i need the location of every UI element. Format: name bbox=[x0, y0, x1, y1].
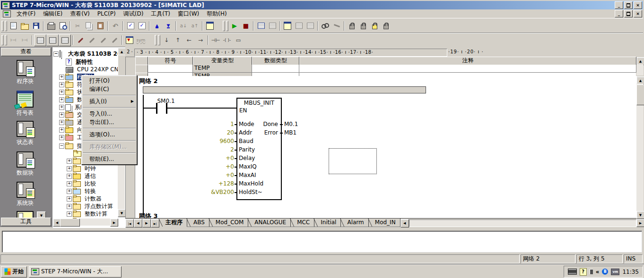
tab-mod-com[interactable]: Mod_COM bbox=[209, 219, 249, 227]
menu-insert[interactable]: 插入(I)▶ bbox=[82, 97, 137, 106]
menu-open[interactable]: 打开(O) bbox=[82, 76, 137, 85]
menu-compile[interactable]: 编译(C) bbox=[82, 85, 137, 93]
menu-window[interactable]: 窗口(W) bbox=[174, 9, 203, 18]
expand-box[interactable]: + bbox=[59, 135, 64, 140]
sidebar-item-data-block[interactable]: 数据块 bbox=[0, 152, 50, 177]
tab-analogue[interactable]: ANALOGUE bbox=[248, 219, 291, 227]
options-button[interactable] bbox=[204, 20, 216, 31]
expand-box[interactable]: + bbox=[67, 181, 72, 186]
expand-box[interactable]: + bbox=[67, 189, 72, 194]
editor-scroll-right-button[interactable]: ▶ bbox=[636, 219, 644, 227]
pen1-button[interactable] bbox=[75, 35, 86, 46]
tree-item-float-math[interactable]: + 浮点数计算 bbox=[67, 202, 113, 210]
collapse-box[interactable]: − bbox=[59, 143, 64, 149]
tree-item-counters[interactable]: + 计数器 bbox=[67, 195, 102, 202]
net-scroll-thumb[interactable] bbox=[636, 84, 644, 105]
print-button[interactable] bbox=[45, 20, 57, 31]
compile-button[interactable]: ✓ bbox=[125, 20, 136, 31]
menu-help[interactable]: 帮助(E)... bbox=[82, 155, 137, 163]
expand-box[interactable]: + bbox=[67, 166, 72, 171]
input-method-icon[interactable] bbox=[590, 269, 593, 274]
bookmark-next-button[interactable] bbox=[357, 20, 369, 31]
menu-export[interactable]: 导出(E)... bbox=[82, 118, 137, 126]
view-bar-header[interactable]: 查看 bbox=[1, 48, 51, 56]
toolbar-grip[interactable] bbox=[223, 21, 225, 31]
chart-status-button[interactable] bbox=[282, 20, 293, 31]
taskbar-task-button[interactable]: STEP 7-Micro/WIN - 大... bbox=[29, 266, 122, 278]
tab-main-program[interactable]: 主程序 bbox=[159, 219, 187, 227]
tree-item-convert[interactable]: + 转换 bbox=[67, 187, 96, 195]
tab-alarm[interactable]: Alarm bbox=[341, 219, 368, 227]
expand-box[interactable]: + bbox=[59, 127, 64, 133]
sort-ascending-button[interactable]: a↓ bbox=[178, 20, 189, 31]
single-read-button[interactable] bbox=[293, 20, 305, 31]
stop-button[interactable]: ■ bbox=[240, 20, 252, 31]
toolbar-grip[interactable] bbox=[158, 35, 160, 45]
pause-monitor-button[interactable] bbox=[331, 20, 342, 31]
network-title[interactable]: 网络 2 bbox=[139, 77, 158, 85]
sidebar-item-system-block[interactable]: 系统块 bbox=[0, 182, 50, 207]
paste-button[interactable] bbox=[95, 20, 106, 31]
insert-network-button[interactable]: ⊦⊣ bbox=[8, 35, 19, 46]
pen4-button[interactable] bbox=[109, 35, 120, 46]
var-row1-vartype[interactable]: TEMP bbox=[193, 65, 252, 73]
write-all-button[interactable] bbox=[305, 20, 316, 31]
tree-root[interactable]: − 大布袋 S1103B 2013 bbox=[53, 50, 126, 58]
view-stl-button[interactable] bbox=[59, 34, 71, 46]
input-value-holdst[interactable]: &VB200 bbox=[199, 189, 234, 195]
tree-item-clock[interactable]: + 时钟 bbox=[67, 165, 96, 172]
expand-box[interactable]: + bbox=[59, 97, 64, 102]
line-up-button[interactable]: ↑ bbox=[172, 35, 183, 46]
tree-item-compare[interactable]: + 比较 bbox=[67, 180, 96, 187]
bluetooth-icon[interactable]: B bbox=[602, 269, 608, 275]
child-minimize-button[interactable]: _ bbox=[615, 10, 623, 17]
new-button[interactable] bbox=[8, 20, 19, 31]
mdi-child-icon[interactable] bbox=[3, 10, 11, 17]
expand-box[interactable]: + bbox=[59, 112, 64, 118]
bookmark-prev-button[interactable] bbox=[369, 20, 380, 31]
pen3-button[interactable] bbox=[97, 35, 109, 46]
tree-hscroll-thumb[interactable] bbox=[60, 219, 80, 227]
sort-descending-button[interactable]: a↑ bbox=[189, 20, 200, 31]
net-scroll-down-button[interactable]: ▼ bbox=[636, 211, 644, 219]
toolbar-grip[interactable] bbox=[226, 21, 228, 31]
tree-item-whats-new[interactable]: ? 新特性 bbox=[66, 58, 93, 66]
expand-box[interactable]: + bbox=[67, 204, 72, 209]
compile-all-button[interactable]: ✓ bbox=[136, 20, 148, 31]
cut-button[interactable]: ✂ bbox=[72, 20, 83, 31]
expand-box[interactable]: + bbox=[67, 159, 72, 164]
child-close-button[interactable]: × bbox=[634, 10, 642, 17]
minimize-button[interactable]: _ bbox=[615, 1, 623, 9]
tab-mod-in[interactable]: Mod_IN bbox=[369, 219, 400, 227]
child-restore-button[interactable] bbox=[624, 10, 633, 17]
menu-plc[interactable]: PLC(P) bbox=[94, 10, 120, 17]
expand-box[interactable]: + bbox=[67, 174, 72, 179]
input-value-maxai[interactable]: +0 bbox=[199, 172, 234, 178]
output-value-error[interactable]: MB1 bbox=[284, 129, 296, 136]
undo-button[interactable]: ↶ bbox=[110, 20, 121, 31]
upload-button[interactable]: ▲ bbox=[151, 20, 163, 31]
toolbar-grip[interactable] bbox=[1, 35, 4, 45]
program-status-button[interactable] bbox=[255, 20, 267, 31]
view-fbd-button[interactable] bbox=[46, 34, 59, 46]
sidebar-item-program-block[interactable]: 程序块 bbox=[0, 60, 50, 85]
input-value-mode[interactable]: 1 bbox=[199, 121, 234, 127]
pause-status-button[interactable] bbox=[267, 20, 278, 31]
start-button[interactable]: 开始 bbox=[1, 266, 27, 278]
tab-mcc[interactable]: MCC bbox=[291, 219, 314, 227]
expand-box[interactable]: + bbox=[59, 82, 64, 87]
network-comment-bar[interactable] bbox=[143, 86, 426, 93]
insert-coil-button[interactable]: -( )- bbox=[221, 35, 233, 46]
bookmark-clear-button[interactable] bbox=[380, 20, 392, 31]
next-network-title[interactable]: 网络 3 bbox=[139, 212, 158, 218]
contact-bar-left[interactable] bbox=[156, 103, 157, 114]
menu-file[interactable]: 文件(F) bbox=[13, 9, 39, 18]
var-row1-datatype[interactable] bbox=[252, 65, 299, 73]
menu-tools[interactable]: 工具(T) bbox=[147, 9, 174, 18]
menu-help[interactable]: 帮助(H) bbox=[203, 9, 230, 18]
expand-box[interactable]: + bbox=[67, 211, 72, 217]
input-value-parity[interactable]: 2 bbox=[199, 146, 234, 153]
menu-options[interactable]: 选项(O)... bbox=[82, 130, 137, 139]
input-value-addr[interactable]: 20 bbox=[199, 129, 234, 136]
expand-box[interactable]: + bbox=[67, 196, 72, 202]
